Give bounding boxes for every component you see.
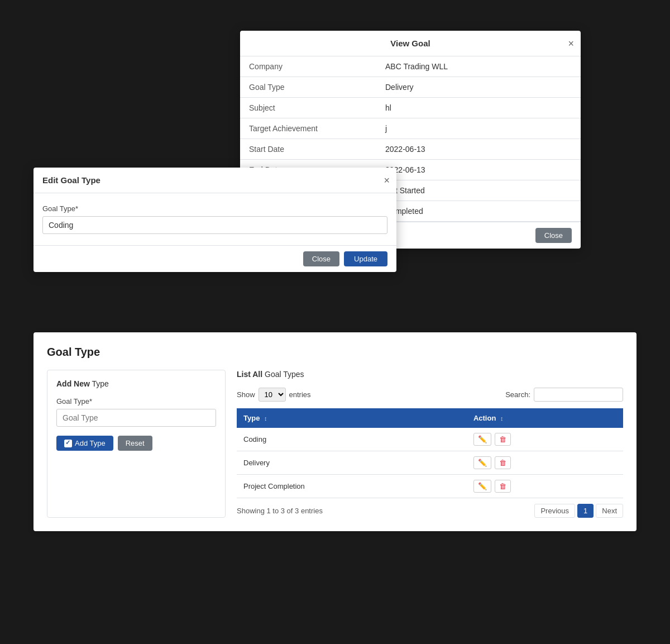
type-cell: Delivery [237, 451, 467, 475]
sort-icon-action: ↕ [500, 415, 504, 422]
type-cell: Project Completion [237, 475, 467, 498]
table-row: Coding ✏️ 🗑 [237, 428, 623, 451]
edit-goal-modal-body: Goal Type* [34, 193, 396, 245]
field-value-completed: Completed [376, 201, 581, 222]
edit-goal-modal: Edit Goal Type × Goal Type* Close Update [34, 168, 396, 272]
action-btns: ✏️ 🗑 [473, 456, 616, 469]
pagination: Previous 1 Next [534, 504, 623, 518]
checkbox-icon [64, 440, 72, 447]
edit-row-btn[interactable]: ✏️ [473, 456, 491, 469]
col-action: Action ↕ [467, 408, 623, 428]
show-entries-select[interactable]: 10 25 50 [259, 388, 286, 402]
delete-row-btn[interactable]: 🗑 [495, 480, 511, 493]
edit-goal-update-btn[interactable]: Update [344, 251, 387, 266]
edit-goal-type-label: Goal Type* [42, 204, 387, 213]
add-new-section-title: Add New Type [56, 379, 216, 388]
field-label-goal-type: Goal Type [240, 77, 376, 98]
goal-types-table: Type ↕ Action ↕ Coding ✏️ 🗑 [237, 408, 623, 498]
table-row: Goal Type Delivery [240, 77, 581, 98]
show-entries-control: Show 10 25 50 entries [237, 388, 311, 402]
edit-goal-type-input[interactable] [42, 216, 387, 234]
sort-icon-type: ↕ [264, 415, 267, 422]
edit-goal-modal-header: Edit Goal Type × [34, 168, 396, 193]
panel-content: Add New Type Goal Type* Add Type Reset L… [47, 370, 623, 518]
table-row: Subject hl [240, 98, 581, 118]
field-label-start-date: Start Date [240, 139, 376, 160]
main-goal-type-panel: Goal Type Add New Type Goal Type* Add Ty… [34, 332, 636, 531]
field-label-target: Target Achievement [240, 118, 376, 139]
field-label-subject: Subject [240, 98, 376, 118]
panel-title: Goal Type [47, 346, 623, 359]
add-new-section: Add New Type Goal Type* Add Type Reset [47, 370, 226, 518]
delete-row-btn[interactable]: 🗑 [495, 433, 511, 446]
view-goal-close-btn[interactable]: Close [535, 228, 572, 243]
add-btn-row: Add Type Reset [56, 436, 216, 451]
add-goal-type-label: Goal Type* [56, 397, 216, 406]
edit-goal-close-btn[interactable]: Close [303, 251, 339, 266]
field-value-end-date: 2022-06-13 [376, 160, 581, 180]
action-btns: ✏️ 🗑 [473, 480, 616, 493]
edit-goal-modal-footer: Close Update [34, 245, 396, 272]
table-footer: Showing 1 to 3 of 3 entries Previous 1 N… [237, 504, 623, 518]
table-header-row: Type ↕ Action ↕ [237, 408, 623, 428]
field-value-start-date: 2022-06-13 [376, 139, 581, 160]
previous-page-btn[interactable]: Previous [534, 504, 575, 518]
next-page-btn[interactable]: Next [596, 504, 623, 518]
edit-row-btn[interactable]: ✏️ [473, 480, 491, 493]
edit-goal-close-x-btn[interactable]: × [384, 175, 390, 185]
action-cell: ✏️ 🗑 [467, 428, 623, 451]
table-row: Company ABC Trading WLL [240, 56, 581, 77]
table-row: Delivery ✏️ 🗑 [237, 451, 623, 475]
search-input[interactable] [534, 388, 623, 402]
showing-entries-text: Showing 1 to 3 of 3 entries [237, 507, 323, 515]
view-goal-close-x-btn[interactable]: × [568, 39, 574, 49]
action-cell: ✏️ 🗑 [467, 475, 623, 498]
edit-row-btn[interactable]: ✏️ [473, 433, 491, 446]
view-goal-modal-header: View Goal × [240, 31, 581, 56]
view-goal-title: View Goal [390, 39, 430, 48]
reset-btn[interactable]: Reset [118, 436, 152, 451]
table-row: Start Date 2022-06-13 [240, 139, 581, 160]
type-cell: Coding [237, 428, 467, 451]
add-goal-type-input[interactable] [56, 409, 216, 427]
table-row: Project Completion ✏️ 🗑 [237, 475, 623, 498]
list-section-title: List All Goal Types [237, 370, 623, 379]
field-value-not-started: Not Started [376, 180, 581, 201]
field-value-goal-type: Delivery [376, 77, 581, 98]
list-header-row: Show 10 25 50 entries Search: [237, 388, 623, 402]
page-1-btn[interactable]: 1 [577, 504, 594, 518]
action-btns: ✏️ 🗑 [473, 433, 616, 446]
col-type: Type ↕ [237, 408, 467, 428]
list-section: List All Goal Types Show 10 25 50 entrie… [237, 370, 623, 518]
field-value-company: ABC Trading WLL [376, 56, 581, 77]
field-label-company: Company [240, 56, 376, 77]
action-cell: ✏️ 🗑 [467, 451, 623, 475]
field-value-subject: hl [376, 98, 581, 118]
table-row: Target Achievement j [240, 118, 581, 139]
edit-goal-title: Edit Goal Type [42, 175, 100, 185]
search-row: Search: [505, 388, 623, 402]
delete-row-btn[interactable]: 🗑 [495, 456, 511, 469]
add-type-btn[interactable]: Add Type [56, 436, 113, 451]
field-value-target: j [376, 118, 581, 139]
